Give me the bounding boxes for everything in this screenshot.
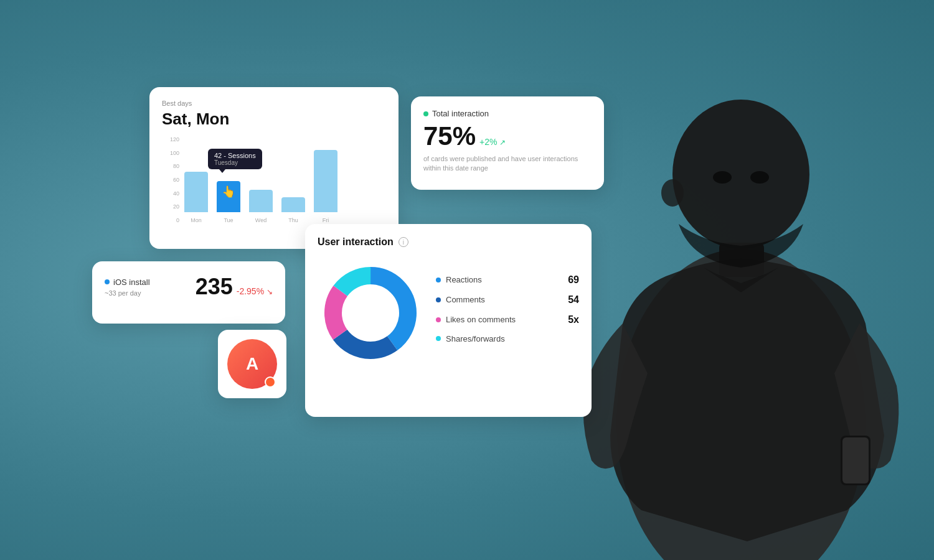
legend-item-comments: Comments 54 <box>436 294 579 306</box>
tooltip: 42 - Sessions Tuesday <box>208 149 262 169</box>
reactions-value: 69 <box>568 274 579 286</box>
bar-thu <box>281 197 305 212</box>
ios-install-title: iOS install <box>113 278 150 287</box>
donut-chart <box>318 260 423 366</box>
shares-label: Shares/forwards <box>446 334 505 343</box>
tooltip-sessions: 42 - Sessions <box>214 152 256 159</box>
total-interaction-percentage: 75% <box>423 123 476 149</box>
ios-install-subtitle: ~33 per day <box>105 289 150 297</box>
donut-center <box>343 286 398 340</box>
comments-label: Comments <box>446 295 485 304</box>
total-interaction-card: Total interaction 75% +2% ↗ of cards wer… <box>411 96 604 190</box>
bar-chart: 120 100 80 60 40 20 0 Mon 42 - Sessions <box>162 136 386 236</box>
bars-area: Mon 42 - Sessions Tuesday Tue 👆 <box>184 136 386 223</box>
y-axis: 120 100 80 60 40 20 0 <box>162 136 179 223</box>
tooltip-day: Tuesday <box>214 159 256 166</box>
bar-group-fri[interactable]: Fri <box>314 150 337 223</box>
ios-install-card: iOS install ~33 per day 235 -2.95% ↘ <box>92 261 285 324</box>
arrow-down-icon: ↘ <box>267 287 273 296</box>
cards-container: Best days Sat, Mon 120 100 80 60 40 20 0… <box>0 0 934 560</box>
reactions-label: Reactions <box>446 275 482 284</box>
bar-group-thu[interactable]: Thu <box>281 197 305 223</box>
reactions-dot <box>436 278 441 282</box>
legend: Reactions 69 Comments 54 Likes on commen… <box>436 274 579 352</box>
bar-group-tue[interactable]: 42 - Sessions Tuesday Tue 👆 <box>217 181 240 223</box>
avatar-circle: A <box>227 339 277 389</box>
ios-install-change: -2.95% ↘ <box>237 286 273 296</box>
donut-svg <box>318 260 423 366</box>
avatar-letter: A <box>246 354 258 374</box>
legend-item-reactions: Reactions 69 <box>436 274 579 286</box>
bar-mon <box>184 172 208 212</box>
ios-install-number: 235 <box>196 274 233 300</box>
legend-item-likes: Likes on comments 5x <box>436 314 579 325</box>
total-interaction-change: +2% ↗ <box>479 137 506 147</box>
total-interaction-description: of cards were published and have user in… <box>423 154 592 174</box>
avatar-badge <box>265 376 276 388</box>
bar-wed <box>249 190 273 212</box>
arrow-up-icon: ↗ <box>499 138 506 147</box>
bar-fri <box>314 150 337 212</box>
comments-dot <box>436 297 441 302</box>
comments-value: 54 <box>568 294 579 306</box>
user-interaction-title: User interaction <box>318 236 394 248</box>
green-dot <box>423 111 428 116</box>
bar-tue[interactable] <box>217 181 240 212</box>
bar-group-mon[interactable]: Mon <box>184 172 208 223</box>
total-interaction-header: Total interaction <box>423 109 592 118</box>
likes-value: 5x <box>568 314 579 325</box>
likes-label: Likes on comments <box>446 315 516 324</box>
shares-dot <box>436 336 441 341</box>
likes-dot <box>436 317 441 322</box>
info-icon[interactable]: i <box>399 237 408 247</box>
best-days-label: Best days <box>162 100 386 107</box>
legend-item-shares: Shares/forwards <box>436 334 579 343</box>
best-days-title: Sat, Mon <box>162 110 386 129</box>
user-interaction-card: User interaction i <box>305 224 592 417</box>
ios-dot <box>105 279 110 284</box>
avatar-card[interactable]: A <box>218 330 286 398</box>
total-interaction-label: Total interaction <box>432 109 489 118</box>
bar-group-wed[interactable]: Wed <box>249 190 273 223</box>
